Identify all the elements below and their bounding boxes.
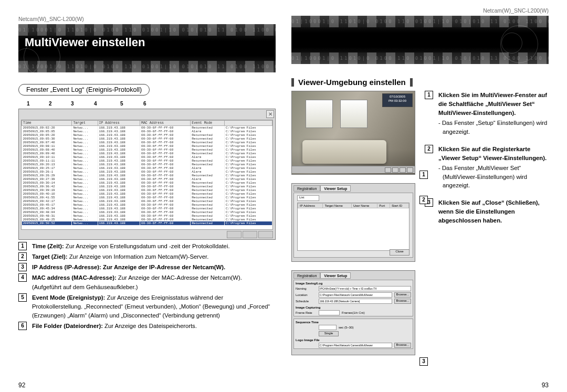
- page-left: Netcam(W)_SNC-L200(W) 01|10001|0 11010|0…: [18, 16, 276, 387]
- legend-item: 3IP Address (IP-Adresse): Zur Anzeige de…: [18, 263, 274, 272]
- browse-button[interactable]: Browse...: [394, 292, 411, 298]
- single-button[interactable]: Single: [319, 331, 339, 336]
- page-number-left: 92: [18, 382, 25, 389]
- legend-item: 5Event Mode (Ereignistyp): Zur Anzeige d…: [18, 293, 274, 320]
- step-item: 2Klicken Sie auf die Registerkarte „View…: [425, 145, 549, 190]
- page-number-right: 93: [542, 382, 549, 389]
- eventlog-window: ✕ TimeTargetIP AddressMAC AddressEvent M…: [18, 109, 276, 240]
- legend-item: 2Target (Ziel): Zur Anzeige von Informat…: [18, 252, 274, 261]
- hero-banner-right: 01|10001|0 11010|0 0100 110 01001|10 010…: [291, 16, 549, 64]
- hero-deco-top: 01|10001|0 11010|0 0100 110 01001|10 010…: [18, 24, 276, 36]
- running-head-right: Netcam(W)_SNC-L200(W): [483, 7, 549, 14]
- browse-button[interactable]: Browse...: [394, 343, 411, 348]
- eventlog-grid[interactable]: TimeTargetIP AddressMAC AddressEvent Mod…: [21, 120, 273, 230]
- legend-item: 1Time (Zeit): Zur Anzeige von Erstellung…: [18, 242, 274, 251]
- callout-1: 1: [419, 171, 428, 179]
- hero-title: MultiViewer einstellen: [25, 36, 145, 49]
- heading-bar-icon: [410, 78, 413, 87]
- screenshots-column: 07/10/2005 PM 03:32:00 1 Registration Vi…: [291, 91, 415, 364]
- running-head-left: Netcam(W)_SNC-L200(W): [18, 16, 276, 22]
- section-heading-viewer-env: Viewer-Umgebung einstellen: [291, 78, 549, 87]
- tab-registration[interactable]: Registration: [293, 185, 320, 192]
- callout-3: 3: [419, 357, 428, 366]
- screenshot-viewersetup-list: Registration Viewer Setup List IP Addres…: [291, 183, 415, 262]
- subhead-eventlog: Fenster „Event Log“ (Ereignis-Protokoll): [18, 84, 150, 96]
- page-right: 01|10001|0 11010|0 0100 110 01001|10 010…: [291, 16, 549, 387]
- tab-viewer-setup[interactable]: Viewer Setup: [320, 272, 351, 279]
- step-item: 3Klicken Sie auf „Close“ (Schließen), we…: [425, 198, 549, 226]
- legend-item: 6File Folder (Dateiordner): Zur Anzeige …: [18, 322, 274, 331]
- callout-2: 2: [419, 196, 428, 204]
- step-item: 1Klicken Sie im MultiViewer-Fenster auf …: [425, 91, 549, 136]
- tab-registration[interactable]: Registration: [293, 272, 320, 279]
- close-button[interactable]: Close: [390, 249, 410, 256]
- screenshot-multiviewer: 07/10/2005 PM 03:32:00: [291, 91, 415, 175]
- close-icon[interactable]: ✕: [266, 110, 274, 118]
- osd-timestamp: 07/10/2005 PM 03:32:00: [382, 93, 413, 107]
- screenshot-viewersetup-settings: Registration Viewer Setup Image Saving/L…: [291, 270, 415, 355]
- hero-deco-bottom: 01|10001|0 11010|0 0100 110 01001|10 010…: [18, 61, 276, 72]
- hero-banner: 01|10001|0 11010|0 0100 110 01001|10 010…: [18, 24, 276, 72]
- column-number-row: 1 2 3 4 5 6: [24, 101, 276, 107]
- steps-column: 1Klicken Sie im MultiViewer-Fenster auf …: [425, 91, 549, 364]
- eventlog-legend: 1Time (Zeit): Zur Anzeige von Erstellung…: [18, 242, 276, 331]
- camera-list-grid[interactable]: IP AddressTarget NameUser NamePortStart …: [297, 203, 410, 251]
- heading-bar-icon: [291, 78, 294, 87]
- screenshot-controlbar[interactable]: [292, 166, 415, 173]
- tab-viewer-setup[interactable]: Viewer Setup: [320, 185, 351, 192]
- eventlog-statusbar: [21, 231, 273, 238]
- list-dropdown[interactable]: List: [297, 195, 319, 201]
- legend-item: 4MAC address (MAC-Adresse): Zur Anzeige …: [18, 273, 274, 291]
- browse-button[interactable]: Browse...: [394, 299, 411, 304]
